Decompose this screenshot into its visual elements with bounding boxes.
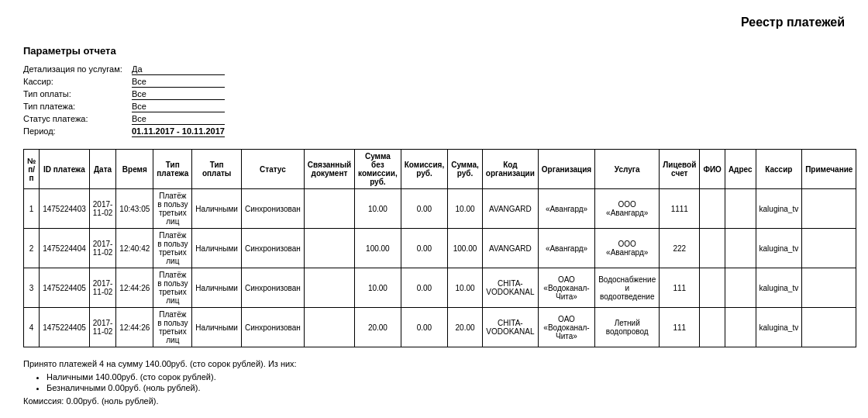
page-title: Реестр платежей bbox=[23, 16, 845, 29]
table-cell: 4 bbox=[24, 308, 40, 347]
table-cell: ОАО «Водоканал-Чита» bbox=[538, 308, 594, 347]
table-cell bbox=[725, 308, 756, 347]
table-cell: 12:40:42 bbox=[116, 229, 153, 268]
table-header: Сумма без комиссии, руб. bbox=[355, 150, 401, 189]
table-header: Тип оплаты bbox=[192, 150, 242, 189]
table-cell bbox=[802, 268, 856, 308]
param-label: Кассир: bbox=[23, 77, 132, 86]
table-row: 114752244032017-11-0210:43:05Платёж в по… bbox=[24, 189, 856, 229]
table-header: № п/п bbox=[24, 150, 40, 189]
table-cell: 2017-11-02 bbox=[89, 189, 116, 229]
table-cell: 10.00 bbox=[448, 189, 483, 229]
table-header: Дата bbox=[89, 150, 116, 189]
table-cell: Синхронизован bbox=[241, 268, 304, 308]
summary-commission: Комиссия: 0.00руб. (ноль рублей). bbox=[23, 396, 845, 406]
param-value: 01.11.2017 - 10.11.2017 bbox=[132, 126, 225, 137]
table-cell: Синхронизован bbox=[241, 229, 304, 268]
table-cell: 1475224403 bbox=[40, 189, 90, 229]
list-item: Наличными 140.00руб. (сто сорок рублей). bbox=[46, 372, 845, 382]
table-header: Сумма, руб. bbox=[448, 150, 483, 189]
table-cell: Наличными bbox=[192, 189, 242, 229]
param-label: Тип оплаты: bbox=[23, 89, 132, 98]
table-row: 214752244042017-11-0212:40:42Платёж в по… bbox=[24, 229, 856, 268]
table-cell: 0.00 bbox=[401, 189, 448, 229]
param-row: Детализация по услугам:Да bbox=[23, 64, 845, 75]
table-cell: Платёж в пользу третьих лиц bbox=[153, 268, 192, 308]
param-label: Тип платежа: bbox=[23, 102, 132, 111]
table-cell: 0.00 bbox=[401, 229, 448, 268]
table-cell bbox=[802, 189, 856, 229]
table-cell: 111 bbox=[660, 268, 700, 308]
param-value: Да bbox=[132, 64, 225, 75]
table-cell: 10.00 bbox=[355, 268, 401, 308]
table-cell: 2017-11-02 bbox=[89, 268, 116, 308]
summary-section: Принято платежей 4 на сумму 140.00руб. (… bbox=[23, 359, 845, 406]
table-cell: 222 bbox=[660, 229, 700, 268]
table-cell: Летний водопровод bbox=[595, 308, 660, 347]
table-cell bbox=[700, 189, 725, 229]
table-cell: 12:44:26 bbox=[116, 268, 153, 308]
table-header: Кассир bbox=[756, 150, 802, 189]
table-cell bbox=[725, 189, 756, 229]
table-cell: 20.00 bbox=[448, 308, 483, 347]
report-params-title: Параметры отчета bbox=[23, 45, 845, 57]
table-header: Адрес bbox=[725, 150, 756, 189]
param-value: Все bbox=[132, 89, 225, 100]
params-section: Детализация по услугам:ДаКассир:ВсеТип о… bbox=[23, 64, 845, 137]
table-cell bbox=[304, 229, 354, 268]
table-cell: 12:44:26 bbox=[116, 308, 153, 347]
param-label: Статус платежа: bbox=[23, 114, 132, 123]
payments-table: № п/пID платежаДатаВремяТип платежаТип о… bbox=[23, 149, 856, 347]
table-cell: 1475224405 bbox=[40, 268, 90, 308]
table-cell: AVANGARD bbox=[482, 229, 538, 268]
table-cell bbox=[304, 189, 354, 229]
table-cell: 2017-11-02 bbox=[89, 229, 116, 268]
table-cell: 0.00 bbox=[401, 308, 448, 347]
table-header: Комиссия, руб. bbox=[401, 150, 448, 189]
table-header: Тип платежа bbox=[153, 150, 192, 189]
table-cell: 2017-11-02 bbox=[89, 308, 116, 347]
table-row: 414752244052017-11-0212:44:26Платёж в по… bbox=[24, 308, 856, 347]
table-header: Связанный документ bbox=[304, 150, 354, 189]
table-cell: Платёж в пользу третьих лиц bbox=[153, 229, 192, 268]
table-cell: kalugina_tv bbox=[756, 229, 802, 268]
table-cell: 20.00 bbox=[355, 308, 401, 347]
table-cell: 100.00 bbox=[355, 229, 401, 268]
param-row: Тип оплаты:Все bbox=[23, 89, 845, 100]
param-value: Все bbox=[132, 114, 225, 125]
table-cell: 10.00 bbox=[448, 268, 483, 308]
table-cell: «Авангард» bbox=[538, 189, 594, 229]
table-cell: Наличными bbox=[192, 308, 242, 347]
table-cell: CHITA-VODOKANAL bbox=[482, 268, 538, 308]
table-cell bbox=[700, 229, 725, 268]
table-cell: 3 bbox=[24, 268, 40, 308]
table-header: Время bbox=[116, 150, 153, 189]
table-cell: Наличными bbox=[192, 229, 242, 268]
table-cell: 10.00 bbox=[355, 189, 401, 229]
table-header: Примечание bbox=[802, 150, 856, 189]
param-row: Тип платежа:Все bbox=[23, 102, 845, 112]
table-cell: 1 bbox=[24, 189, 40, 229]
table-cell: Синхронизован bbox=[241, 189, 304, 229]
table-cell: Платёж в пользу третьих лиц bbox=[153, 189, 192, 229]
table-cell: 2 bbox=[24, 229, 40, 268]
table-header: Услуга bbox=[595, 150, 660, 189]
table-header: ФИО bbox=[700, 150, 725, 189]
table-cell: ОАО «Водоканал-Чита» bbox=[538, 268, 594, 308]
table-cell: «Авангард» bbox=[538, 229, 594, 268]
table-cell: 111 bbox=[660, 308, 700, 347]
table-cell: 1475224405 bbox=[40, 308, 90, 347]
table-header: Организация bbox=[538, 150, 594, 189]
table-cell: Водоснабжение и водоотведение bbox=[595, 268, 660, 308]
table-cell: CHITA-VODOKANAL bbox=[482, 308, 538, 347]
table-header: Статус bbox=[241, 150, 304, 189]
table-row: 314752244052017-11-0212:44:26Платёж в по… bbox=[24, 268, 856, 308]
param-label: Детализация по услугам: bbox=[23, 64, 132, 74]
table-cell: 100.00 bbox=[448, 229, 483, 268]
param-row: Статус платежа:Все bbox=[23, 114, 845, 125]
table-cell bbox=[700, 268, 725, 308]
table-cell: 0.00 bbox=[401, 268, 448, 308]
table-cell: Синхронизован bbox=[241, 308, 304, 347]
table-cell bbox=[304, 308, 354, 347]
table-cell: Наличными bbox=[192, 268, 242, 308]
